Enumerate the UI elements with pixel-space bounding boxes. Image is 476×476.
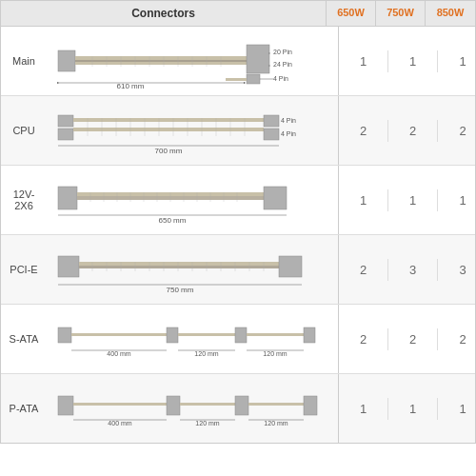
svg-rect-98 — [73, 403, 167, 406]
diagram-pcie: 750 mm — [47, 235, 339, 304]
pata-connector-svg: 400 mm 120 mm 120 mm — [54, 382, 330, 435]
svg-rect-89 — [247, 333, 304, 336]
svg-rect-103 — [304, 396, 317, 415]
svg-rect-97 — [58, 396, 73, 415]
value-pcie-850: 3 — [438, 259, 476, 281]
diagram-cpu: 4 Pin 4 Pin 700 mm — [47, 96, 339, 165]
value-12v2x6-650: 1 — [339, 189, 388, 211]
svg-rect-14 — [247, 45, 269, 73]
svg-text:750 mm: 750 mm — [167, 286, 194, 294]
svg-rect-102 — [248, 403, 304, 406]
svg-text:120 mm: 120 mm — [264, 420, 288, 426]
svg-text:4 Pin: 4 Pin — [281, 130, 296, 137]
svg-rect-100 — [180, 403, 235, 406]
svg-rect-90 — [304, 327, 315, 343]
svg-text:20 Pin: 20 Pin — [273, 49, 292, 55]
value-cpu-650: 2 — [339, 120, 388, 142]
svg-rect-16 — [226, 78, 247, 81]
svg-text:4 Pin: 4 Pin — [281, 117, 296, 124]
svg-rect-0 — [58, 50, 75, 71]
row-pcie: PCI-E — [1, 235, 475, 305]
label-pata: P-ATA — [1, 399, 47, 418]
svg-rect-47 — [58, 187, 77, 209]
value-sata-650: 2 — [339, 328, 388, 350]
svg-rect-67 — [79, 266, 279, 268]
value-cpu-850: 2 — [438, 120, 476, 142]
value-12v2x6-850: 1 — [438, 189, 476, 211]
value-12v2x6-750: 1 — [388, 189, 438, 211]
main-connector-svg: 20 Pin 24 Pin 4 Pin 610 mm — [54, 33, 330, 89]
svg-rect-26 — [58, 129, 73, 140]
label-pcie: PCI-E — [1, 260, 47, 279]
header-650w: 650W — [327, 1, 376, 26]
svg-text:24 Pin: 24 Pin — [273, 61, 292, 68]
svg-rect-41 — [264, 115, 279, 127]
table-header: Connectors 650W 750W 850W — [1, 1, 475, 27]
svg-text:400 mm: 400 mm — [108, 420, 131, 426]
diagram-pata: 400 mm 120 mm 120 mm — [47, 374, 339, 443]
row-cpu: CPU — [1, 96, 475, 166]
value-cpu-750: 2 — [388, 120, 438, 142]
row-12v2x6: 12V-2X6 — [1, 166, 475, 235]
svg-rect-15 — [247, 74, 260, 84]
svg-rect-42 — [264, 129, 279, 140]
cpu-connector-svg: 4 Pin 4 Pin 700 mm — [54, 106, 330, 155]
label-cpu: CPU — [1, 121, 47, 140]
value-sata-850: 2 — [438, 328, 476, 350]
row-pata: P-ATA 400 mm 120 mm — [1, 374, 475, 443]
svg-rect-62 — [264, 187, 287, 209]
svg-text:120 mm: 120 mm — [194, 350, 218, 357]
svg-text:120 mm: 120 mm — [195, 420, 219, 426]
row-sata: S-ATA 400 mm 120 mm — [1, 305, 475, 374]
svg-rect-101 — [235, 396, 248, 415]
svg-rect-85 — [71, 333, 167, 336]
svg-rect-66 — [79, 262, 279, 266]
value-pcie-650: 2 — [339, 259, 388, 281]
svg-rect-99 — [167, 396, 180, 415]
svg-rect-88 — [235, 327, 247, 343]
sata-connector-svg: 400 mm 120 mm 120 mm — [54, 312, 330, 366]
svg-text:650 mm: 650 mm — [159, 216, 187, 225]
header-750w: 750W — [376, 1, 426, 26]
svg-text:610 mm: 610 mm — [117, 82, 145, 89]
diagram-main: 20 Pin 24 Pin 4 Pin 610 mm — [47, 27, 339, 95]
diagram-12v2x6: 650 mm — [47, 166, 339, 234]
12v2x6-connector-svg: 650 mm — [54, 175, 330, 225]
svg-text:400 mm: 400 mm — [107, 350, 130, 357]
row-main: Main — [1, 27, 475, 96]
svg-rect-65 — [58, 256, 79, 277]
value-main-650: 1 — [339, 50, 388, 72]
value-pcie-750: 3 — [388, 259, 438, 281]
svg-rect-84 — [58, 327, 71, 343]
svg-rect-87 — [178, 333, 235, 336]
value-sata-750: 2 — [388, 328, 438, 350]
svg-text:700 mm: 700 mm — [155, 147, 183, 155]
svg-rect-25 — [58, 115, 73, 127]
value-pata-750: 1 — [388, 398, 438, 420]
svg-rect-81 — [279, 256, 302, 277]
value-pata-850: 1 — [438, 398, 476, 420]
label-12v2x6: 12V-2X6 — [1, 185, 47, 215]
value-main-750: 1 — [388, 50, 438, 72]
connector-table: Connectors 650W 750W 850W Main — [0, 0, 476, 444]
svg-text:4 Pin: 4 Pin — [273, 75, 288, 82]
label-main: Main — [1, 51, 47, 70]
pcie-connector-svg: 750 mm — [54, 243, 330, 296]
label-sata: S-ATA — [1, 329, 47, 348]
svg-text:120 mm: 120 mm — [263, 350, 287, 357]
value-main-850: 1 — [438, 50, 476, 72]
header-connectors-label: Connectors — [1, 1, 327, 26]
value-pata-650: 1 — [339, 398, 388, 420]
svg-rect-86 — [167, 327, 178, 343]
header-850w: 850W — [426, 1, 475, 26]
diagram-sata: 400 mm 120 mm 120 mm — [47, 305, 339, 373]
